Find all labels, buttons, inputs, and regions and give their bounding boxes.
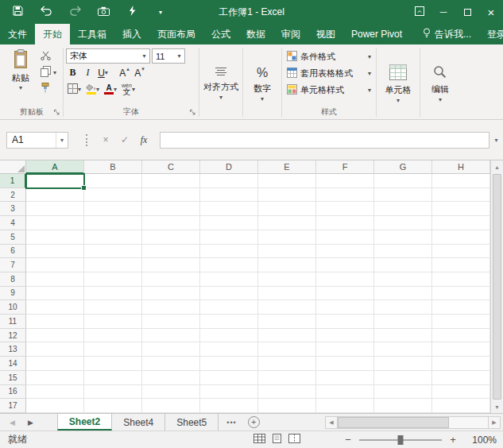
cell-H8[interactable] [432,272,490,287]
cell-B14[interactable] [84,357,142,371]
cell-F2[interactable] [316,188,374,203]
cell-A13[interactable] [26,342,84,357]
cell-F14[interactable] [316,357,374,371]
cell-H10[interactable] [432,300,490,315]
vertical-scrollbar[interactable]: ▲ ▼ [490,160,503,413]
cell-G15[interactable] [374,371,432,385]
chevron-down-icon[interactable]: ▾ [56,133,68,148]
cell-E2[interactable] [258,188,316,203]
fill-handle[interactable] [81,185,87,191]
fill-color-button[interactable]: ▾ [84,82,101,97]
customize-qat-button[interactable]: ▾ [153,3,168,21]
cell-H7[interactable] [432,258,490,272]
cell-D14[interactable] [200,357,258,371]
cell-G1[interactable] [374,174,432,188]
cell-F9[interactable] [316,287,374,301]
column-header-G[interactable]: G [374,160,432,174]
cell-H17[interactable] [432,399,490,413]
cell-G9[interactable] [374,287,432,301]
formula-input[interactable] [160,132,489,149]
column-header-A[interactable]: A [26,160,84,174]
clipboard-dialog-launcher[interactable] [52,107,61,117]
cell-C12[interactable] [142,329,200,343]
cell-G4[interactable] [374,216,432,230]
cell-C8[interactable] [142,272,200,287]
cell-C6[interactable] [142,245,200,259]
save-button[interactable] [10,3,25,21]
row-header-17[interactable]: 17 [0,399,26,413]
cell-H15[interactable] [432,371,490,385]
cell-F11[interactable] [316,315,374,329]
cell-D15[interactable] [200,371,258,385]
cell-A7[interactable] [26,258,84,272]
name-box[interactable]: A1 ▾ [6,132,68,149]
row-header-9[interactable]: 9 [0,287,26,301]
cell-E4[interactable] [258,216,316,230]
cell-E10[interactable] [258,300,316,315]
cell-E17[interactable] [258,399,316,413]
row-header-5[interactable]: 5 [0,230,26,245]
column-header-E[interactable]: E [258,160,316,174]
cell-G10[interactable] [374,300,432,315]
cells-button[interactable]: 单元格 ▾ [379,46,417,118]
cell-B7[interactable] [84,258,142,272]
alignment-button[interactable]: 对齐方式 ▾ [202,46,240,118]
sheet-tab-Sheet5[interactable]: Sheet5 [165,414,219,431]
cell-B12[interactable] [84,329,142,343]
cell-H9[interactable] [432,287,490,301]
row-header-15[interactable]: 15 [0,371,26,385]
horizontal-scrollbar[interactable]: ◀ ▶ [325,414,503,431]
cell-H2[interactable] [432,188,490,203]
cell-A5[interactable] [26,230,84,245]
cell-D8[interactable] [200,272,258,287]
cell-B11[interactable] [84,315,142,329]
cell-A4[interactable] [26,216,84,230]
cell-H11[interactable] [432,315,490,329]
cell-C16[interactable] [142,385,200,400]
italic-button[interactable]: I [81,65,95,80]
cell-F6[interactable] [316,245,374,259]
row-header-11[interactable]: 11 [0,315,26,329]
phonetic-guide-button[interactable]: wén 文 ▾ [120,82,137,97]
cell-C3[interactable] [142,202,200,216]
cell-H13[interactable] [432,342,490,357]
cell-G12[interactable] [374,329,432,343]
row-header-14[interactable]: 14 [0,357,26,371]
column-header-D[interactable]: D [200,160,258,174]
cell-A3[interactable] [26,202,84,216]
cell-C10[interactable] [142,300,200,315]
insert-function-button[interactable]: fx [134,132,153,149]
cell-G5[interactable] [374,230,432,245]
cell-E14[interactable] [258,357,316,371]
sheet-tab-Sheet4[interactable]: Sheet4 [112,414,165,431]
cell-E7[interactable] [258,258,316,272]
cell-E11[interactable] [258,315,316,329]
expand-formula-bar-button[interactable]: ▾ [489,132,503,149]
cell-B8[interactable] [84,272,142,287]
cell-D12[interactable] [200,329,258,343]
cell-F5[interactable] [316,230,374,245]
cell-B3[interactable] [84,202,142,216]
sheet-tab-Sheet2[interactable]: Sheet2 [57,414,112,431]
cell-E6[interactable] [258,245,316,259]
cell-F8[interactable] [316,272,374,287]
normal-view-button[interactable] [250,433,268,447]
bold-button[interactable]: B [66,65,79,80]
row-header-13[interactable]: 13 [0,342,26,357]
font-dialog-launcher[interactable] [188,107,197,117]
cell-C13[interactable] [142,342,200,357]
row-header-4[interactable]: 4 [0,216,26,230]
zoom-level[interactable]: 100% [465,434,497,446]
ribbon-tab-4[interactable]: 页面布局 [149,24,203,44]
vertical-scrollbar-thumb[interactable] [493,174,501,400]
cell-F17[interactable] [316,399,374,413]
cell-A16[interactable] [26,385,84,400]
ribbon-tab-5[interactable]: 公式 [203,24,238,44]
cell-D5[interactable] [200,230,258,245]
cell-G8[interactable] [374,272,432,287]
more-sheets-button[interactable]: ••• [219,414,244,431]
select-all-corner[interactable] [0,160,26,174]
cell-H12[interactable] [432,329,490,343]
increase-font-size-button[interactable]: A ▴ [118,65,131,80]
ribbon-tab-9[interactable]: Power Pivot [343,24,410,44]
